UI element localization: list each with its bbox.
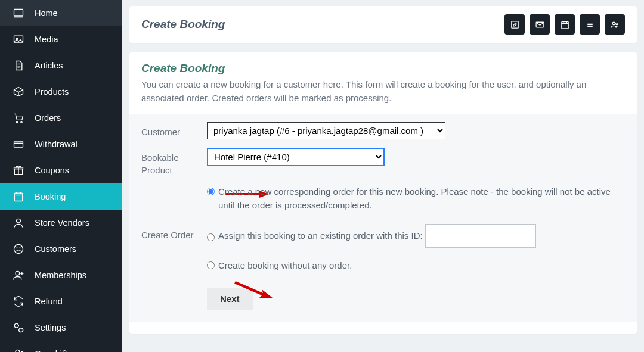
svg-point-27: [19, 328, 23, 332]
section-title: Create Booking: [141, 62, 625, 75]
gear-icon: [12, 321, 25, 334]
svg-point-21: [17, 248, 17, 248]
svg-point-19: [17, 219, 21, 223]
svg-point-20: [14, 245, 23, 254]
radio-assign-order-label[interactable]: Assign this booking to an existing order…: [218, 229, 423, 242]
sidebar-item-label: Withdrawal: [35, 139, 78, 149]
svg-point-8: [16, 121, 18, 123]
sidebar-item-orders[interactable]: Orders: [0, 105, 122, 131]
sidebar-item-label: Booking: [35, 192, 66, 201]
svg-rect-0: [14, 9, 23, 16]
svg-rect-15: [14, 193, 22, 201]
sidebar-item-label: Memberships: [35, 270, 86, 280]
existing-order-id-input[interactable]: [425, 224, 536, 248]
sidebar: Home Media Articles Products Orders With…: [0, 0, 122, 352]
create-order-label: Create Order: [141, 185, 207, 281]
smile-icon: [12, 242, 25, 256]
sidebar-item-label: Refund: [35, 297, 63, 306]
sidebar-item-booking[interactable]: Booking: [0, 183, 122, 210]
gift-icon: [12, 164, 25, 177]
refresh-icon: [12, 295, 25, 308]
mail-button[interactable]: [530, 14, 550, 35]
file-text-icon: [12, 59, 25, 72]
list-button[interactable]: [580, 14, 600, 35]
svg-point-28: [16, 350, 20, 352]
sidebar-item-label: Customers: [35, 244, 76, 254]
sidebar-item-label: Capability: [35, 349, 73, 352]
sidebar-item-label: Settings: [35, 323, 66, 332]
user-icon: [12, 216, 25, 229]
header-actions: [504, 14, 625, 35]
sidebar-item-customers[interactable]: Customers: [0, 236, 122, 262]
content-card: Create Booking You can create a new book…: [129, 52, 637, 334]
product-select[interactable]: Hotel Pierre (#410): [207, 148, 385, 166]
sidebar-item-label: Articles: [35, 61, 63, 70]
svg-point-41: [615, 23, 618, 25]
sidebar-item-label: Products: [35, 87, 69, 96]
svg-rect-10: [14, 141, 23, 147]
radio-no-order[interactable]: [207, 261, 215, 269]
edit-button[interactable]: [504, 14, 525, 35]
customer-select[interactable]: priyanka jagtap (#6 - priyanka.jagtap28@…: [207, 122, 445, 139]
sidebar-item-label: Store Vendors: [35, 218, 89, 228]
svg-point-22: [20, 248, 20, 248]
svg-point-26: [14, 323, 18, 328]
sidebar-item-coupons[interactable]: Coupons: [0, 157, 122, 183]
page-title: Create Booking: [141, 18, 225, 31]
calendar-button[interactable]: [555, 14, 575, 35]
sidebar-item-settings[interactable]: Settings: [0, 314, 122, 341]
form-area: Customer priyanka jagtap (#6 - priyanka.…: [129, 114, 637, 322]
card-icon: [12, 138, 25, 151]
box-icon: [12, 85, 25, 98]
sidebar-item-label: Coupons: [35, 166, 69, 175]
svg-rect-31: [511, 21, 518, 27]
sidebar-item-articles[interactable]: Articles: [0, 52, 122, 79]
sidebar-item-refund[interactable]: Refund: [0, 288, 122, 314]
radio-no-order-label[interactable]: Create booking without any order.: [218, 258, 352, 272]
users-button[interactable]: [605, 14, 625, 35]
sidebar-item-home[interactable]: Home: [0, 0, 122, 26]
svg-point-23: [16, 271, 20, 275]
sidebar-item-products[interactable]: Products: [0, 79, 122, 105]
calendar-icon: [12, 190, 25, 203]
section-desc: You can create a new booking for a custo…: [141, 77, 625, 105]
customer-label: Customer: [141, 122, 207, 139]
sidebar-item-memberships[interactable]: Memberships: [0, 262, 122, 288]
home-icon: [12, 7, 25, 20]
image-icon: [12, 33, 25, 46]
sidebar-item-label: Media: [35, 35, 58, 44]
sidebar-item-withdrawal[interactable]: Withdrawal: [0, 131, 122, 157]
radio-assign-order[interactable]: [207, 233, 215, 241]
user-x-icon: [12, 347, 25, 352]
sidebar-item-store-vendors[interactable]: Store Vendors: [0, 210, 122, 236]
sidebar-item-media[interactable]: Media: [0, 26, 122, 52]
sidebar-item-capability[interactable]: Capability: [0, 341, 122, 352]
cart-icon: [12, 111, 25, 124]
svg-point-40: [612, 22, 615, 24]
next-button[interactable]: Next: [207, 288, 253, 310]
radio-new-order-label[interactable]: Create a new corresponding order for thi…: [218, 185, 625, 213]
radio-new-order[interactable]: [207, 188, 215, 195]
sidebar-item-label: Home: [35, 8, 58, 18]
page-header: Create Booking: [129, 6, 637, 43]
svg-point-9: [21, 121, 23, 123]
product-label: Bookable Product: [141, 148, 207, 176]
user-plus-icon: [12, 269, 25, 282]
svg-rect-33: [561, 21, 568, 28]
sidebar-item-label: Orders: [35, 113, 61, 123]
main-area: Create Booking Create Booking You can cr…: [122, 0, 644, 352]
